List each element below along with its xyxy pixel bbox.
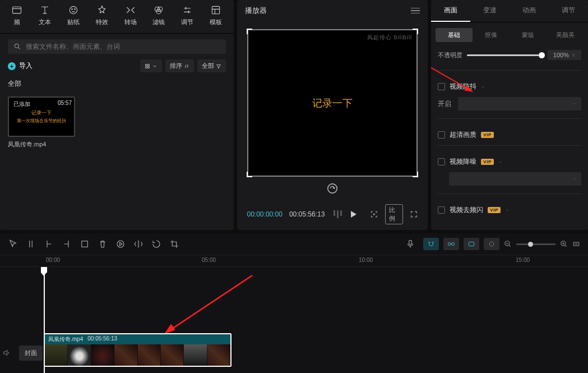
deflicker-checkbox[interactable]	[438, 206, 445, 214]
tab-color[interactable]: 调节	[549, 0, 588, 22]
timeline-panel: 00:00 05:00 10:00 15:00 封面 凤凰传奇.mp4 00:0…	[0, 233, 588, 373]
svg-rect-9	[145, 64, 147, 66]
timecode-current: 00:00:00:00	[247, 210, 283, 218]
cover-button[interactable]: 封面	[19, 346, 43, 361]
tab-adjust-label: 调节	[181, 18, 193, 26]
denoise-label: 视频降噪	[450, 157, 476, 167]
mirror-icon[interactable]	[133, 239, 143, 249]
opacity-value[interactable]: 100%	[548, 50, 581, 60]
fullscreen-icon[interactable]	[410, 209, 418, 219]
vip-badge: VIP	[481, 132, 493, 138]
caret-icon[interactable]	[505, 208, 510, 213]
zoom-in-icon[interactable]	[560, 240, 568, 248]
timeline-clip[interactable]: 凤凰传奇.mp4 00:05:56:13	[44, 333, 232, 367]
magnet-button[interactable]	[423, 238, 439, 250]
trim-left-icon[interactable]	[44, 239, 54, 249]
clip-name: 凤凰传奇.mp4	[48, 335, 83, 343]
filter-all-button[interactable]: 全部	[197, 59, 226, 72]
plus-icon: +	[8, 62, 16, 70]
trim-right-icon[interactable]	[62, 239, 72, 249]
player-panel: 播放器 风起传心 bilibili 记录一下 00:00:00:00 00:05…	[237, 0, 428, 230]
svg-rect-19	[409, 240, 412, 245]
asset-type-tabs: 频 文本 贴纸 特效 转场 滤镜 调节 模板	[0, 0, 234, 34]
denoise-select[interactable]	[449, 172, 581, 186]
play-button[interactable]	[351, 211, 356, 218]
search-box[interactable]	[8, 39, 226, 54]
ruler-tick: 00:00	[46, 257, 60, 263]
svg-rect-7	[212, 6, 219, 13]
audio-meter-icon[interactable]	[334, 210, 342, 218]
svg-rect-11	[145, 66, 147, 68]
view-grid-button[interactable]	[140, 59, 162, 72]
subtab-cutout[interactable]: 抠像	[473, 28, 510, 42]
import-button[interactable]: + 导入	[8, 61, 33, 71]
speed-icon[interactable]	[115, 239, 126, 249]
ratio-button[interactable]: 比例	[385, 204, 403, 224]
rotate-icon[interactable]	[151, 239, 161, 249]
link-button[interactable]	[443, 238, 459, 250]
stabilize-checkbox[interactable]	[438, 83, 445, 90]
tab-speed[interactable]: 变速	[470, 0, 510, 22]
snap-button[interactable]	[484, 238, 499, 250]
denoise-checkbox[interactable]	[438, 158, 445, 165]
select-icon[interactable]	[8, 239, 18, 249]
svg-rect-21	[452, 243, 454, 246]
property-subtabs: 基础 抠像 蒙版 美颜美	[431, 22, 588, 48]
tab-picture[interactable]: 画面	[431, 0, 470, 22]
subtab-beauty[interactable]: 美颜美	[547, 28, 584, 42]
tab-animation[interactable]: 动画	[510, 0, 549, 22]
media-thumb[interactable]: 已添加 05:57 记录一下 第一次现场音乐节的经历 凤凰传奇.mp4	[8, 96, 75, 149]
tab-effect[interactable]: 特效	[96, 4, 108, 26]
preview-viewport[interactable]: 风起传心 bilibili 记录一下	[247, 29, 418, 177]
caret-icon[interactable]	[498, 160, 503, 164]
tab-video[interactable]: 频	[11, 4, 22, 26]
zoom-slider[interactable]	[516, 243, 555, 245]
mute-icon[interactable]	[2, 348, 11, 357]
thumb-text-2: 第一次现场音乐节的经历	[17, 118, 66, 124]
player-menu-icon[interactable]	[411, 8, 420, 14]
playhead[interactable]	[44, 267, 45, 373]
caret-icon[interactable]	[481, 85, 485, 89]
crop2-icon[interactable]	[169, 239, 179, 249]
svg-line-26	[165, 275, 252, 333]
subtab-basic[interactable]: 基础	[436, 28, 473, 42]
thumb-filename: 凤凰传奇.mp4	[8, 140, 75, 149]
svg-rect-20	[448, 243, 451, 246]
search-input[interactable]	[26, 43, 220, 50]
tab-sticker[interactable]: 贴纸	[67, 4, 80, 26]
delete-icon[interactable]	[98, 239, 108, 249]
tab-template[interactable]: 模板	[210, 4, 222, 26]
hq-checkbox[interactable]	[438, 131, 445, 139]
tab-filter[interactable]: 滤镜	[152, 4, 165, 26]
sort-button[interactable]: 排序	[165, 59, 194, 72]
split-icon[interactable]	[26, 239, 36, 249]
zoom-out-icon[interactable]	[504, 240, 512, 248]
subtab-mask[interactable]: 蒙版	[510, 28, 547, 42]
crop-icon[interactable]	[80, 239, 90, 249]
focus-icon[interactable]	[370, 209, 378, 219]
zoom-fit-icon[interactable]	[572, 240, 580, 248]
thumb-text-1: 记录一下	[31, 109, 52, 117]
preview-mode-button[interactable]	[464, 238, 479, 250]
svg-rect-0	[13, 7, 21, 13]
mic-icon[interactable]	[405, 239, 415, 249]
svg-point-2	[72, 9, 73, 10]
open-label: 开启	[438, 99, 451, 109]
property-tabs: 画面 变速 动画 调节	[431, 0, 588, 22]
timeline-tracks[interactable]: 封面 凤凰传奇.mp4 00:05:56:13	[0, 267, 588, 373]
timeline-ruler[interactable]: 00:00 05:00 10:00 15:00	[0, 255, 588, 267]
tab-template-label: 模板	[210, 18, 222, 26]
ruler-tick: 10:00	[359, 257, 373, 263]
stabilize-select[interactable]	[458, 97, 581, 110]
tab-adjust[interactable]: 调节	[181, 4, 193, 26]
tab-text[interactable]: 文本	[39, 4, 51, 26]
sync-icon[interactable]	[326, 182, 339, 195]
svg-rect-10	[147, 64, 149, 66]
player-title: 播放器	[245, 6, 267, 16]
tab-transition-label: 转场	[124, 18, 137, 26]
category-all[interactable]: 全部	[0, 77, 234, 91]
tab-transition[interactable]: 转场	[124, 4, 137, 26]
added-badge: 已添加	[11, 100, 33, 109]
svg-marker-27	[165, 324, 175, 333]
opacity-slider[interactable]	[467, 54, 543, 56]
